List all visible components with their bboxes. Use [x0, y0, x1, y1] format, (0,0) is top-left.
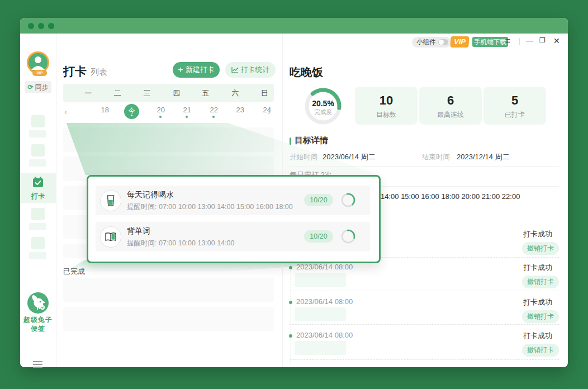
record-status: 打卡成功: [523, 229, 552, 239]
date-cell[interactable]: 21: [174, 106, 201, 114]
prev-week-icon[interactable]: ‹: [64, 107, 67, 116]
record-status: 打卡成功: [523, 297, 552, 307]
titlebar-dot: [28, 23, 34, 29]
desktop-background: { "colors": {"accent_green":"#4FAE79","d…: [0, 0, 588, 389]
sidebar-item-placeholder[interactable]: [31, 208, 45, 220]
weekday: 六: [226, 84, 245, 102]
maximize-button[interactable]: ❐: [539, 36, 546, 44]
timeline-dot: [289, 334, 292, 338]
date-activity-dot: [186, 116, 188, 118]
completed-list-row[interactable]: [63, 307, 274, 331]
sidebar-item-placeholder: [29, 130, 46, 137]
titlebar-dot: [38, 23, 44, 29]
completion-percent: 20.5%: [305, 99, 342, 108]
divider: [519, 38, 520, 45]
sidebar-item-placeholder: [29, 223, 46, 230]
date-cell[interactable]: 22: [201, 106, 227, 114]
record-date: 2023/06/14 08:00: [296, 263, 353, 271]
titlebar-dot: [48, 23, 54, 29]
section-title: 目标详情: [295, 135, 328, 146]
undo-checkin-button[interactable]: 撤销打卡: [522, 242, 559, 255]
sync-button[interactable]: ⟳ 同步: [25, 81, 51, 93]
undo-checkin-button[interactable]: 撤销打卡: [522, 344, 559, 357]
completion-label: 完成度: [305, 108, 342, 116]
page-subtitle[interactable]: 列表: [91, 67, 107, 78]
new-checkin-button[interactable]: + 新建打卡: [173, 62, 220, 78]
close-button[interactable]: ✕: [553, 36, 560, 45]
logo-text-line2: 便签: [20, 324, 56, 334]
section-accent-bar: [290, 137, 291, 145]
checkin-stats-button[interactable]: 打卡统计: [225, 62, 276, 78]
record-row: 2023/06/14 08:00 打卡成功 撤销打卡: [290, 262, 559, 293]
checkin-stats-label: 打卡统计: [241, 65, 270, 75]
end-time-value: 2023/12/14 周二: [457, 152, 510, 162]
date-cell[interactable]: 18: [92, 106, 118, 114]
sidebar-item-placeholder[interactable]: [31, 237, 45, 249]
widget-toggle[interactable]: 小组件: [412, 37, 451, 48]
timeline-dot: [289, 266, 292, 269]
minimize-button[interactable]: —: [526, 36, 533, 45]
checkin-item-times: 提醒时间: 07:00 10:00 13:00 14:00: [127, 239, 235, 248]
sidebar-item-checkin-active[interactable]: 打卡: [20, 173, 56, 203]
weekday: 四: [167, 84, 186, 102]
stat-value: 6: [419, 93, 482, 108]
stat-card-streak: 6 最高连续: [419, 87, 482, 125]
date-strip: ‹ 18 今 20 21 22 23 24 ›: [63, 103, 274, 124]
avatar[interactable]: VIP: [27, 51, 49, 74]
stat-card-goals: 10 目标数: [355, 87, 418, 125]
stat-card-checked: 5 已打卡: [483, 87, 546, 125]
date-cell-today[interactable]: 今: [124, 104, 139, 119]
progress-ring[interactable]: [340, 192, 356, 210]
reminder-times-row: 14:00 15:00 16:00 18:00 20:00 21:00 22:0…: [381, 192, 520, 201]
weekday-header: 一 二 三 四 五 六 日: [63, 84, 274, 102]
sidebar: VIP ⟳ 同步 打卡: [20, 34, 56, 367]
completion-donut: 20.5% 完成度: [305, 88, 342, 127]
checkin-callout-popup: 每天记得喝水 提醒时间: 07:00 10:00 13:00 14:00 15:…: [87, 175, 381, 263]
next-week-icon[interactable]: ›: [268, 107, 271, 116]
logo-text-line1: 超级兔子: [20, 315, 56, 325]
avatar-vip-ribbon: VIP: [32, 70, 47, 76]
checkin-item-water[interactable]: 每天记得喝水 提醒时间: 07:00 10:00 13:00 14:00 15:…: [96, 186, 370, 215]
toggle-knob-icon: [439, 40, 444, 45]
checkin-item-times: 提醒时间: 07:00 10:00 13:00 14:00 15:00 16:0…: [127, 202, 293, 212]
sidebar-item-label: 打卡: [20, 192, 56, 201]
titlebar[interactable]: [20, 18, 568, 34]
divider: [290, 166, 559, 167]
new-checkin-label: 新建打卡: [186, 65, 215, 75]
stat-label: 目标数: [355, 110, 418, 120]
undo-checkin-button[interactable]: 撤销打卡: [522, 276, 559, 288]
refresh-icon: ⟳: [27, 83, 33, 91]
hamburger-menu-icon[interactable]: [33, 361, 42, 368]
date-cell[interactable]: 20: [148, 106, 174, 114]
record-row: 2023/06/14 08:00 打卡成功 撤销打卡: [290, 330, 559, 361]
date-cell[interactable]: 23: [227, 106, 254, 114]
open-book-icon: [100, 226, 121, 248]
stat-label: 已打卡: [483, 110, 546, 120]
checkin-item-words[interactable]: 背单词 提醒时间: 07:00 10:00 13:00 14:00 10/20: [96, 222, 370, 252]
completed-list-row[interactable]: [63, 278, 274, 302]
undo-checkin-button[interactable]: 撤销打卡: [522, 310, 559, 323]
record-separator: [290, 324, 559, 325]
calendar-check-icon: [32, 177, 44, 188]
callout-beam: [63, 123, 380, 175]
progress-ring[interactable]: [340, 229, 356, 246]
progress-badge: 10/20: [304, 194, 333, 206]
person-icon: [29, 53, 48, 72]
sidebar-item-placeholder[interactable]: [31, 144, 45, 156]
app-logo[interactable]: [27, 292, 49, 316]
record-status: 打卡成功: [523, 263, 552, 273]
menu-icon[interactable]: ≡: [506, 36, 510, 45]
record-row: 2023/06/14 08:00 打卡成功 撤销打卡: [290, 296, 559, 328]
record-status: 打卡成功: [523, 331, 552, 341]
toggle-track-icon[interactable]: [438, 39, 448, 45]
vip-badge[interactable]: VIP: [450, 36, 469, 48]
record-separator: [290, 291, 559, 291]
record-note-placeholder: [295, 307, 346, 321]
app-window: 小组件 VIP 手机端下载 ≡ — ❐ ✕ VIP ⟳ 同步: [20, 18, 568, 367]
mobile-download-button[interactable]: 手机端下载: [472, 37, 508, 47]
weekday: 二: [108, 84, 127, 102]
checkin-item-title: 每天记得喝水: [127, 190, 174, 200]
date-cell[interactable]: 24: [254, 106, 281, 114]
record-date: 2023/06/14 08:00: [296, 297, 353, 306]
sidebar-item-placeholder[interactable]: [31, 115, 45, 127]
